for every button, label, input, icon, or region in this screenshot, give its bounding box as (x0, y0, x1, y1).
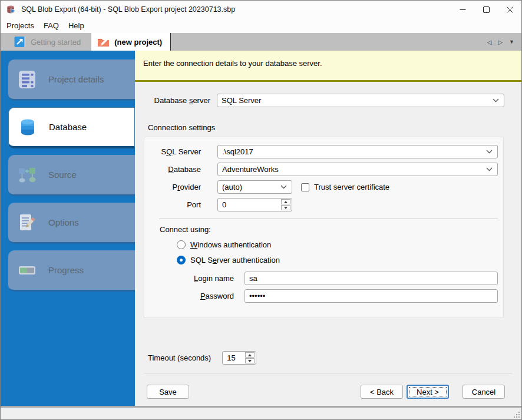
provider-value: (auto) (222, 183, 242, 191)
close-icon (507, 6, 513, 13)
timeout-input[interactable] (227, 353, 245, 362)
database-server-value: SQL Server (222, 96, 261, 105)
database-server-label: Database server (135, 96, 210, 105)
connection-settings-title: Connection settings (148, 123, 521, 132)
database-value: AdventureWorks (222, 165, 279, 174)
back-button[interactable]: < Back (361, 385, 403, 399)
tab-label: (new project) (114, 38, 162, 47)
minimize-button[interactable] (451, 1, 474, 18)
maximize-icon (483, 6, 490, 13)
info-banner: Enter the connection details to your dat… (135, 51, 521, 82)
password-field[interactable] (245, 289, 498, 303)
down-arrow-icon (248, 360, 252, 362)
source-icon (17, 165, 37, 185)
up-arrow-icon (248, 354, 252, 356)
tab-scroll-right-icon[interactable]: ▷ (498, 39, 503, 45)
windows-auth-option[interactable]: Windows authentication (177, 240, 503, 249)
next-button[interactable]: Next > (407, 385, 449, 399)
port-label: Port (144, 200, 201, 209)
window-body: Project details Database (1, 51, 521, 406)
tab-label: Getting started (31, 38, 81, 47)
chevron-down-icon (493, 98, 499, 102)
menu-faq[interactable]: FAQ (39, 19, 64, 32)
banner-text: Enter the connection details to your dat… (143, 59, 322, 68)
chevron-down-icon (486, 167, 493, 171)
up-arrow-icon (284, 201, 288, 203)
login-name-input[interactable] (249, 274, 497, 283)
save-button[interactable]: Save (147, 385, 189, 399)
provider-label: Provider (144, 183, 201, 191)
sql-server-combobox[interactable]: .\sql2017 (217, 145, 498, 158)
folder-pencil-icon (97, 36, 110, 48)
app-window: SQL Blob Export (64-bit) - SQL Blob Expo… (0, 0, 522, 420)
password-label: Password (144, 292, 234, 300)
title-bar: SQL Blob Export (64-bit) - SQL Blob Expo… (1, 1, 521, 18)
cancel-button[interactable]: Cancel (462, 385, 505, 399)
sql-server-value: .\sql2017 (222, 147, 253, 156)
provider-row: Provider (auto) Trust server certificate (144, 180, 498, 194)
progress-icon (17, 260, 37, 280)
tab-strip: Getting started (new project) ◁ ▷ ▼ (1, 33, 521, 51)
login-name-field[interactable] (245, 272, 498, 285)
timeout-label: Timeout (seconds) (148, 353, 211, 362)
arrow-up-right-icon (14, 36, 26, 48)
trust-certificate-checkbox[interactable] (301, 183, 309, 191)
sidebar-item-options[interactable]: Options (8, 203, 135, 244)
database-server-row: Database server SQL Server (135, 94, 504, 107)
sidebar-item-label: Progress (48, 265, 84, 275)
button-row: Save < Back Next > Cancel (147, 385, 505, 399)
windows-auth-label: Windows authentication (190, 240, 271, 249)
port-row: Port (144, 198, 498, 211)
port-spinner[interactable] (217, 198, 292, 211)
down-arrow-icon (284, 207, 288, 209)
windows-auth-radio[interactable] (177, 240, 186, 249)
group-separator (159, 219, 498, 219)
sql-server-label: SQL Server (144, 147, 201, 156)
timeout-spinner[interactable] (222, 351, 256, 365)
options-icon (17, 213, 37, 233)
menu-help[interactable]: Help (64, 19, 89, 32)
tab-nav: ◁ ▷ ▼ (487, 33, 521, 51)
provider-combobox[interactable]: (auto) (217, 180, 292, 194)
tab-scroll-left-icon[interactable]: ◁ (487, 39, 492, 45)
database-combobox[interactable]: AdventureWorks (217, 163, 498, 176)
chevron-down-icon (280, 185, 287, 189)
menu-projects[interactable]: Projects (2, 19, 39, 32)
close-button[interactable] (498, 1, 521, 18)
maximize-button[interactable] (474, 1, 498, 18)
spin-down-button[interactable] (281, 205, 290, 210)
connection-settings-group: SQL Server .\sql2017 Database AdventureW… (144, 137, 504, 318)
port-spin-buttons (281, 199, 290, 210)
buttons-separator (144, 373, 512, 373)
chevron-down-icon (486, 150, 493, 154)
sidebar-item-label: Options (48, 217, 79, 227)
database-row: Database AdventureWorks (144, 163, 498, 176)
login-name-label: Login name (144, 274, 234, 283)
tab-new-project[interactable]: (new project) (91, 33, 171, 51)
sidebar-item-label: Source (48, 170, 77, 180)
minimize-icon (460, 6, 466, 13)
resize-grip-icon[interactable] (513, 411, 520, 418)
spin-up-button[interactable] (245, 352, 255, 358)
tab-getting-started[interactable]: Getting started (5, 33, 91, 51)
sidebar-item-label: Database (49, 122, 87, 132)
login-row: Login name (144, 272, 498, 285)
spin-down-button[interactable] (245, 358, 255, 363)
menu-bar: Projects FAQ Help (1, 18, 521, 33)
database-server-combobox[interactable]: SQL Server (217, 94, 504, 107)
port-input[interactable] (222, 200, 281, 209)
sidebar-item-source[interactable]: Source (8, 155, 135, 196)
sidebar-item-database[interactable]: Database (8, 107, 135, 148)
database-icon (18, 117, 38, 137)
tab-list-dropdown-icon[interactable]: ▼ (509, 39, 514, 45)
sql-auth-option[interactable]: SQL Server authentication (177, 256, 503, 264)
spin-up-button[interactable] (281, 199, 290, 204)
timeout-spin-buttons (245, 352, 255, 363)
sql-auth-radio[interactable] (177, 256, 186, 264)
trust-certificate-option: Trust server certificate (301, 183, 389, 191)
password-input[interactable] (249, 292, 497, 300)
sidebar-item-progress[interactable]: Progress (8, 250, 135, 292)
sidebar-item-project-details[interactable]: Project details (8, 59, 135, 101)
sql-auth-label: SQL Server authentication (190, 256, 280, 264)
timeout-row: Timeout (seconds) (148, 351, 521, 365)
